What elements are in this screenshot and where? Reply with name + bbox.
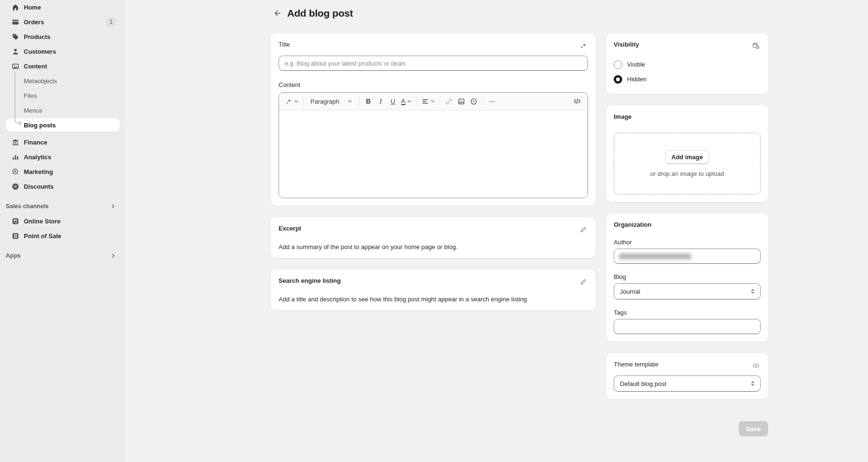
- sidebar-item-label: Files: [24, 92, 37, 99]
- sidebar-item-label: Discounts: [24, 183, 54, 190]
- ai-generate-button[interactable]: [579, 41, 588, 50]
- sidebar-item-label: Online Store: [24, 218, 60, 225]
- image-card: Image Add image or drop an image to uplo…: [606, 106, 768, 202]
- insert-link-button[interactable]: [443, 95, 455, 107]
- sidebar-item-blog-posts[interactable]: Blog posts: [6, 118, 120, 132]
- ai-assist-dropdown[interactable]: [283, 95, 300, 107]
- excerpt-heading: Excerpt: [279, 225, 301, 232]
- align-icon: [422, 98, 429, 105]
- sidebar-item-label: Orders: [24, 19, 44, 26]
- sidebar-item-metaobjects[interactable]: Metaobjects: [6, 74, 120, 87]
- bold-button[interactable]: B: [362, 95, 375, 107]
- format-style-dropdown[interactable]: Paragraph: [307, 95, 356, 107]
- insert-video-button[interactable]: [468, 95, 480, 107]
- sidebar-item-online-store[interactable]: Online Store: [6, 214, 120, 228]
- updown-chevrons-icon: [750, 381, 756, 387]
- finance-icon: [10, 137, 20, 147]
- author-field-group: Author: [614, 239, 761, 264]
- back-button[interactable]: [271, 7, 284, 20]
- search-listing-heading: Search engine listing: [279, 277, 341, 284]
- orders-icon: [10, 17, 20, 27]
- sidebar-item-products[interactable]: Products: [6, 30, 120, 43]
- sidebar-item-label: Home: [24, 4, 41, 11]
- chevron-down-icon: [430, 99, 435, 104]
- organization-heading: Organization: [614, 221, 761, 228]
- more-dots-icon: [489, 98, 496, 105]
- sidebar-item-orders[interactable]: Orders 1: [6, 15, 120, 29]
- sidebar-item-files[interactable]: Files: [6, 89, 120, 102]
- point-of-sale-icon: $: [10, 231, 20, 241]
- toolbar-divider: [440, 96, 440, 106]
- sidebar-item-menus[interactable]: Menus: [6, 104, 120, 117]
- sidebar-item-customers[interactable]: Customers: [6, 45, 120, 58]
- sidebar-item-settings[interactable]: Settings: [6, 459, 120, 462]
- title-content-card: Title Content: [271, 33, 596, 206]
- sidebar-item-label: Metaobjects: [24, 77, 57, 85]
- sidebar-item-analytics[interactable]: Analytics: [6, 150, 120, 164]
- text-color-button[interactable]: A: [399, 95, 414, 107]
- more-options-button[interactable]: [486, 95, 499, 107]
- insert-image-icon: [458, 98, 465, 105]
- sidebar-item-point-of-sale[interactable]: $ Point of Sale: [6, 229, 120, 242]
- show-html-button[interactable]: [571, 95, 583, 107]
- sidebar-item-finance[interactable]: Finance: [6, 135, 120, 149]
- discounts-icon: [10, 182, 20, 191]
- radio-unchecked-icon: [614, 60, 622, 69]
- code-icon: [573, 97, 581, 105]
- sidebar-section-apps[interactable]: Apps: [6, 249, 120, 262]
- radio-checked-icon: [614, 75, 622, 84]
- aside-column: Visibility Visible Hidden: [606, 33, 768, 436]
- author-input[interactable]: [614, 249, 761, 264]
- sidebar-item-label: Blog posts: [24, 122, 56, 129]
- ai-sparkle-icon: [285, 98, 292, 105]
- sidebar-item-content[interactable]: Content: [6, 59, 120, 73]
- sidebar-item-home[interactable]: Home: [6, 0, 120, 14]
- insert-image-button[interactable]: [455, 95, 468, 107]
- tags-input[interactable]: [614, 319, 761, 334]
- save-button[interactable]: Save: [739, 421, 768, 436]
- blog-field-group: Blog Journal: [614, 273, 761, 299]
- svg-text:$: $: [14, 234, 16, 238]
- analytics-icon: [10, 152, 20, 162]
- schedule-visibility-button[interactable]: [751, 41, 761, 50]
- visibility-option-hidden[interactable]: Hidden: [614, 72, 761, 87]
- edit-excerpt-button[interactable]: [579, 225, 588, 234]
- italic-button[interactable]: I: [375, 95, 387, 107]
- sidebar-item-label: Customers: [24, 48, 56, 55]
- add-image-button[interactable]: Add image: [665, 150, 709, 164]
- sidebar-item-label: Menus: [24, 107, 42, 114]
- alignment-dropdown[interactable]: [420, 95, 437, 107]
- sidebar: Home Orders 1 Products Customers C: [0, 0, 125, 462]
- theme-template-select[interactable]: Default blog post: [614, 375, 761, 392]
- sidebar-section-sales-channels[interactable]: Sales channels: [6, 200, 120, 213]
- section-label: Apps: [6, 252, 20, 259]
- format-style-value: Paragraph: [310, 98, 339, 105]
- insert-video-icon: [470, 98, 477, 105]
- edit-search-listing-button[interactable]: [579, 277, 588, 287]
- toolbar-divider: [303, 96, 304, 106]
- preview-template-button[interactable]: [751, 361, 761, 370]
- page-title: Add blog post: [287, 8, 353, 19]
- tags-label: Tags: [614, 309, 761, 316]
- toolbar-divider: [359, 96, 359, 106]
- image-heading: Image: [614, 113, 761, 120]
- blog-select[interactable]: Journal: [614, 283, 761, 299]
- chevron-down-icon: [407, 99, 412, 104]
- content-editor-area[interactable]: [279, 110, 588, 198]
- section-label: Sales channels: [6, 203, 48, 210]
- image-dropzone[interactable]: Add image or drop an image to upload: [614, 133, 761, 194]
- content-icon: [10, 61, 20, 71]
- eye-icon: [752, 362, 760, 370]
- sidebar-item-marketing[interactable]: Marketing: [6, 165, 120, 178]
- visibility-option-visible[interactable]: Visible: [614, 57, 761, 72]
- ai-sparkle-icon: [579, 42, 587, 49]
- sidebar-item-discounts[interactable]: Discounts: [6, 180, 120, 193]
- italic-icon: I: [379, 97, 382, 106]
- content-label: Content: [279, 81, 588, 88]
- title-input[interactable]: [279, 56, 588, 71]
- link-icon: [445, 98, 453, 105]
- underline-button[interactable]: U: [387, 95, 399, 107]
- toolbar-divider: [483, 96, 483, 106]
- marketing-icon: [10, 167, 20, 176]
- add-blog-post-page: Home Orders 1 Products Customers C: [0, 0, 868, 462]
